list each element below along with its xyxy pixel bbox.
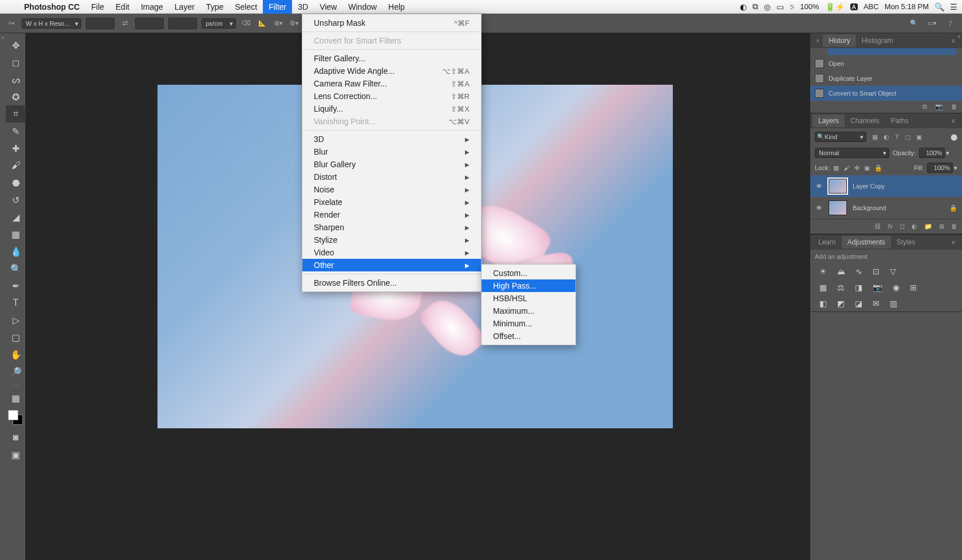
lock-transparency-icon[interactable]: ▩ — [833, 164, 839, 172]
layer-row-background[interactable]: 👁 Background 🔒 — [810, 197, 962, 219]
tab-layers[interactable]: Layers — [813, 115, 845, 127]
lens-correction-item[interactable]: Lens Correction...⇧⌘R — [302, 90, 481, 102]
layer-visibility-icon[interactable]: 👁 — [815, 183, 823, 190]
filter-blur-gallery-submenu[interactable]: Blur Gallery — [302, 158, 481, 171]
move-tool-icon[interactable]: ✥ — [6, 37, 26, 54]
fill-input[interactable]: 100% — [927, 163, 953, 173]
layer-thumbnail[interactable] — [829, 200, 847, 215]
filter-render-submenu[interactable]: Render — [302, 208, 481, 221]
channel-mixer-adjustment-icon[interactable]: ◉ — [893, 283, 900, 292]
link-layers-icon[interactable]: ⛓ — [874, 223, 881, 230]
dropbox-icon[interactable]: ⧉ — [752, 2, 758, 11]
layer-name[interactable]: Layer Copy — [853, 183, 885, 190]
browse-filters-item[interactable]: Browse Filters Online... — [302, 277, 481, 289]
menu-layer[interactable]: Layer — [169, 0, 200, 14]
filter-type-icon[interactable]: T — [895, 133, 899, 141]
crop-width-input[interactable] — [86, 18, 115, 29]
filter-adjustment-icon[interactable]: ◐ — [884, 133, 889, 141]
filter-pixel-icon[interactable]: ▦ — [872, 133, 878, 141]
vibrance-adjustment-icon[interactable]: ▽ — [890, 267, 896, 276]
toolbar-collapse-strip[interactable]: » — [0, 33, 6, 560]
delete-state-icon[interactable]: 🗑 — [951, 103, 957, 111]
threshold-adjustment-icon[interactable]: ◪ — [855, 299, 862, 308]
menu-window[interactable]: Window — [342, 0, 383, 14]
path-select-tool-icon[interactable]: ▷ — [6, 311, 26, 329]
color-balance-adjustment-icon[interactable]: ⚖ — [837, 283, 845, 292]
edit-toolbar-icon[interactable]: ▦ — [6, 389, 26, 407]
tab-adjustments[interactable]: Adjustments — [842, 236, 891, 249]
filter-pixelate-submenu[interactable]: Pixelate — [302, 196, 481, 208]
history-close-icon[interactable]: × — [813, 35, 823, 46]
layer-thumbnail[interactable] — [829, 179, 847, 194]
menu-filter[interactable]: Filter — [263, 0, 292, 14]
crop-preset-dropdown[interactable]: W x H x Reso… — [22, 18, 81, 29]
screen-mode-icon[interactable]: ▣ — [6, 446, 26, 463]
filter-3d-submenu[interactable]: 3D — [302, 133, 481, 145]
zoom-tool-icon[interactable]: 🔎 — [6, 363, 26, 380]
blur-tool-icon[interactable]: 💧 — [6, 243, 26, 260]
input-source-icon[interactable]: A — [850, 3, 858, 10]
other-maximum-item[interactable]: Maximum... — [482, 305, 575, 317]
menu-file[interactable]: File — [85, 0, 110, 14]
exposure-adjustment-icon[interactable]: ⊡ — [873, 267, 880, 276]
pen-tool-icon[interactable]: ✒ — [6, 277, 26, 294]
menu-edit[interactable]: Edit — [110, 0, 135, 14]
opacity-input[interactable]: 100% — [919, 148, 945, 158]
tab-channels[interactable]: Channels — [845, 115, 885, 127]
crop-resolution-input[interactable] — [168, 18, 197, 29]
dodge-tool-icon[interactable]: 🔍 — [6, 260, 26, 277]
opacity-dropdown-icon[interactable]: ▾ — [946, 149, 949, 157]
lasso-tool-icon[interactable]: ᔕ — [6, 71, 26, 88]
layer-style-icon[interactable]: fx — [888, 223, 893, 230]
filter-stylize-submenu[interactable]: Stylize — [302, 234, 481, 246]
delete-layer-icon[interactable]: 🗑 — [951, 223, 957, 230]
tab-histogram[interactable]: Histogram — [856, 34, 899, 47]
rectangle-tool-icon[interactable]: ▢ — [6, 329, 26, 346]
filter-blur-submenu[interactable]: Blur — [302, 145, 481, 158]
panels-collapse-icon[interactable]: « — [956, 33, 962, 40]
marquee-tool-icon[interactable]: ◻ — [6, 54, 26, 71]
crop-height-input[interactable] — [135, 18, 164, 29]
posterize-adjustment-icon[interactable]: ◩ — [837, 299, 845, 308]
share-icon[interactable]: ⤴ — [945, 18, 956, 29]
creative-cloud-icon[interactable]: ◎ — [764, 2, 771, 11]
other-custom-item[interactable]: Custom... — [482, 267, 575, 279]
airplay-icon[interactable]: ▭ — [776, 2, 784, 11]
new-document-from-state-icon[interactable]: ⧉ — [922, 103, 927, 111]
invert-adjustment-icon[interactable]: ◧ — [819, 299, 827, 308]
tab-paths[interactable]: Paths — [885, 115, 914, 127]
history-item-duplicate[interactable]: Duplicate Layer — [810, 71, 962, 86]
history-snapshot[interactable] — [827, 48, 956, 55]
eraser-tool-icon[interactable]: ◢ — [6, 208, 26, 226]
filter-shape-icon[interactable]: ▢ — [905, 133, 910, 141]
curves-adjustment-icon[interactable]: ∿ — [855, 267, 862, 276]
filter-sharpen-submenu[interactable]: Sharpen — [302, 221, 481, 234]
hue-adjustment-icon[interactable]: ▦ — [819, 283, 827, 292]
battery-icon[interactable]: 🔋⚡ — [825, 2, 845, 11]
menu-3d[interactable]: 3D — [292, 0, 314, 14]
brush-tool-icon[interactable]: 🖌 — [6, 157, 26, 174]
clock[interactable]: Mon 5:18 PM — [885, 2, 929, 11]
tab-styles[interactable]: Styles — [891, 236, 921, 249]
layer-visibility-icon[interactable]: 👁 — [815, 204, 823, 211]
color-swatch[interactable] — [6, 409, 26, 429]
quick-select-tool-icon[interactable]: ✪ — [6, 88, 26, 105]
camera-raw-item[interactable]: Camera Raw Filter...⇧⌘A — [302, 77, 481, 90]
bw-adjustment-icon[interactable]: ◨ — [855, 283, 862, 292]
adjustment-layer-icon[interactable]: ◐ — [912, 223, 917, 230]
healing-brush-tool-icon[interactable]: ✚ — [6, 140, 26, 157]
filter-last-item[interactable]: Unsharp Mask^⌘F — [302, 17, 481, 29]
lock-position-icon[interactable]: ✥ — [854, 164, 860, 172]
selective-color-adjustment-icon[interactable]: ▥ — [890, 299, 897, 308]
type-tool-icon[interactable]: T — [6, 294, 26, 311]
menu-view[interactable]: View — [314, 0, 342, 14]
color-lookup-adjustment-icon[interactable]: ⊞ — [910, 283, 917, 292]
menu-image[interactable]: Image — [135, 0, 169, 14]
fill-dropdown-icon[interactable]: ▾ — [954, 164, 957, 172]
blend-mode-dropdown[interactable]: Normal — [815, 148, 889, 158]
toolbar-edit-icon[interactable]: ⋯ — [6, 382, 26, 387]
levels-adjustment-icon[interactable]: ⛰ — [837, 267, 845, 276]
new-layer-icon[interactable]: ⊞ — [939, 223, 944, 230]
menu-type[interactable]: Type — [200, 0, 229, 14]
menu-select[interactable]: Select — [229, 0, 263, 14]
